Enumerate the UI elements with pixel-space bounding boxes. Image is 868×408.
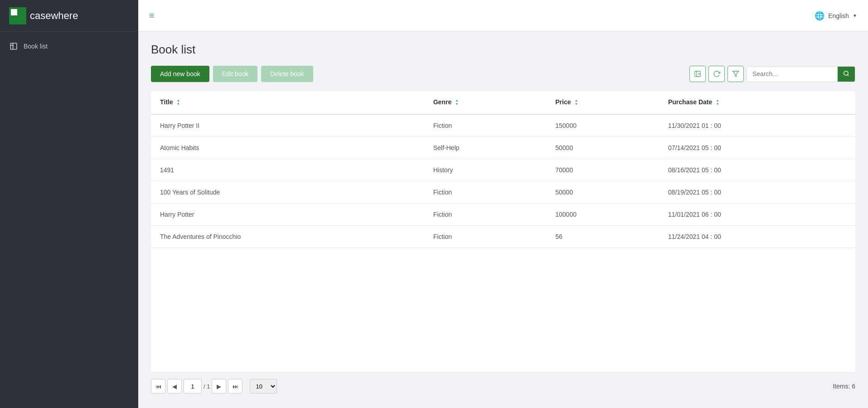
- topbar-right: 🌐 English ▼: [815, 11, 857, 21]
- page-number-input[interactable]: [184, 379, 202, 393]
- language-caret[interactable]: ▼: [853, 13, 857, 18]
- globe-icon: 🌐: [815, 11, 824, 21]
- col-genre[interactable]: Genre ▲▼: [424, 91, 547, 114]
- items-count: Items: 6: [833, 383, 855, 390]
- search-container: [747, 66, 855, 82]
- toolbar-right: [689, 66, 855, 82]
- delete-book-button[interactable]: Delete book: [261, 66, 313, 82]
- export-button[interactable]: [689, 66, 706, 82]
- next-page-button[interactable]: ▶: [212, 379, 226, 393]
- svg-line-9: [848, 74, 849, 76]
- cell-title: 100 Years of Solitude: [151, 181, 424, 204]
- sidebar-item-book-list[interactable]: Book list: [0, 36, 138, 56]
- search-button[interactable]: [838, 67, 855, 82]
- table-body: Harry Potter IIFiction15000011/30/2021 0…: [151, 114, 855, 248]
- cell-purchase_date: 08/19/2021 05 : 00: [659, 181, 855, 204]
- table-header: Title ▲▼ Genre ▲▼ Price ▲▼ Purchase Da: [151, 91, 855, 114]
- table-row[interactable]: 1491History7000008/16/2021 05 : 00: [151, 159, 855, 181]
- svg-marker-7: [732, 71, 738, 77]
- page-size-select[interactable]: 102050100: [250, 379, 277, 393]
- col-price[interactable]: Price ▲▼: [546, 91, 659, 114]
- prev-page-button[interactable]: ◀: [167, 379, 182, 393]
- col-purchase-date[interactable]: Purchase Date ▲▼: [659, 91, 855, 114]
- cell-title: Atomic Habits: [151, 137, 424, 159]
- cell-genre: Fiction: [424, 226, 547, 248]
- topbar: ≡ 🌐 English ▼: [138, 0, 868, 32]
- refresh-button[interactable]: [708, 66, 725, 82]
- content-area: Book list Add new book Edit book Delete …: [138, 32, 868, 408]
- book-icon: [9, 42, 18, 51]
- cell-purchase_date: 11/01/2021 06 : 00: [659, 204, 855, 226]
- language-label: English: [828, 12, 849, 19]
- table-row[interactable]: The Adventures of PinocchioFiction5611/2…: [151, 226, 855, 248]
- book-table: Title ▲▼ Genre ▲▼ Price ▲▼ Purchase Da: [151, 91, 855, 248]
- cell-price: 50000: [546, 181, 659, 204]
- logo-area: casewhere: [0, 0, 138, 32]
- col-title[interactable]: Title ▲▼: [151, 91, 424, 114]
- cell-title: Harry Potter: [151, 204, 424, 226]
- hamburger-icon[interactable]: ≡: [149, 10, 155, 21]
- cell-price: 100000: [546, 204, 659, 226]
- svg-rect-3: [13, 43, 17, 49]
- cell-purchase_date: 07/14/2021 05 : 00: [659, 137, 855, 159]
- cell-genre: History: [424, 159, 547, 181]
- filter-button[interactable]: [727, 66, 744, 82]
- cell-price: 50000: [546, 137, 659, 159]
- cell-purchase_date: 11/24/2021 04 : 00: [659, 226, 855, 248]
- sidebar-item-label: Book list: [24, 43, 48, 50]
- logo-icon: [9, 7, 26, 24]
- pagination: ⏮ ◀ / 1 ▶ ⏭ 102050100 Items: 6: [151, 372, 855, 397]
- cell-price: 70000: [546, 159, 659, 181]
- sidebar: casewhere Book list: [0, 0, 138, 408]
- add-new-book-button[interactable]: Add new book: [151, 66, 209, 82]
- table-row[interactable]: Atomic HabitsSelf-Help5000007/14/2021 05…: [151, 137, 855, 159]
- cell-purchase_date: 11/30/2021 01 : 00: [659, 114, 855, 137]
- last-page-button[interactable]: ⏭: [228, 379, 242, 393]
- svg-rect-1: [11, 9, 17, 15]
- table-row[interactable]: Harry PotterFiction10000011/01/2021 06 :…: [151, 204, 855, 226]
- logo-text: casewhere: [30, 10, 78, 22]
- cell-genre: Fiction: [424, 204, 547, 226]
- cell-title: 1491: [151, 159, 424, 181]
- cell-genre: Self-Help: [424, 137, 547, 159]
- refresh-icon: [713, 70, 720, 78]
- search-icon: [843, 70, 849, 77]
- filter-icon: [732, 70, 739, 78]
- table-row[interactable]: Harry Potter IIFiction15000011/30/2021 0…: [151, 114, 855, 137]
- page-total: / 1: [204, 383, 210, 390]
- sidebar-nav: Book list: [0, 32, 138, 61]
- page-title: Book list: [151, 43, 855, 57]
- cell-purchase_date: 08/16/2021 05 : 00: [659, 159, 855, 181]
- cell-title: Harry Potter II: [151, 114, 424, 137]
- svg-point-8: [844, 71, 848, 75]
- first-page-button[interactable]: ⏮: [151, 379, 165, 393]
- cell-price: 150000: [546, 114, 659, 137]
- cell-genre: Fiction: [424, 181, 547, 204]
- cell-price: 56: [546, 226, 659, 248]
- cell-title: The Adventures of Pinocchio: [151, 226, 424, 248]
- table-container: Title ▲▼ Genre ▲▼ Price ▲▼ Purchase Da: [151, 91, 855, 372]
- main-area: ≡ 🌐 English ▼ Book list Add new book Edi…: [138, 0, 868, 408]
- search-input[interactable]: [747, 67, 838, 81]
- edit-book-button[interactable]: Edit book: [213, 66, 257, 82]
- export-icon: [694, 70, 701, 78]
- table-row[interactable]: 100 Years of SolitudeFiction5000008/19/2…: [151, 181, 855, 204]
- svg-rect-2: [10, 43, 13, 49]
- cell-genre: Fiction: [424, 114, 547, 137]
- topbar-left: ≡: [149, 10, 155, 21]
- toolbar: Add new book Edit book Delete book: [151, 66, 855, 82]
